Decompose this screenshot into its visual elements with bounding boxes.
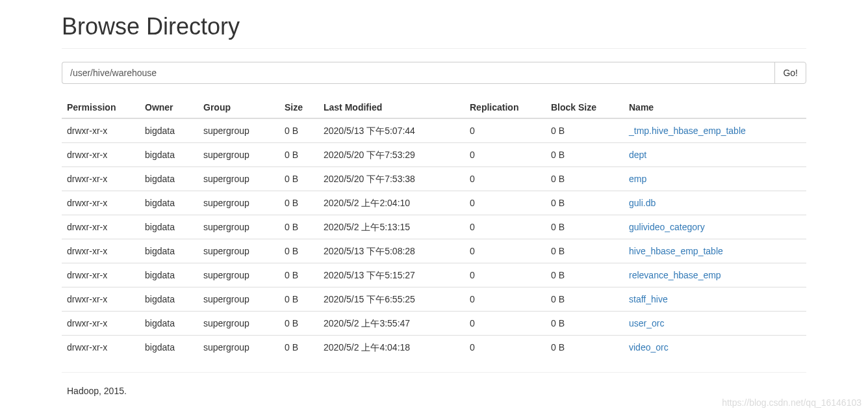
name-link[interactable]: hive_hbase_emp_table [629, 246, 723, 256]
cell-name: hive_hbase_emp_table [624, 239, 806, 263]
table-row: drwxr-xr-xbigdatasupergroup0 B2020/5/2 上… [62, 312, 806, 336]
header-divider [62, 48, 806, 49]
cell-permission: drwxr-xr-x [62, 239, 140, 263]
cell-replication: 0 [465, 263, 546, 287]
cell-name: _tmp.hive_hbase_emp_table [624, 118, 806, 143]
cell-owner: bigdata [140, 312, 198, 336]
name-link[interactable]: user_orc [629, 318, 664, 328]
directory-table: Permission Owner Group Size Last Modifie… [62, 97, 806, 359]
cell-owner: bigdata [140, 239, 198, 263]
cell-size: 0 B [279, 287, 318, 312]
cell-replication: 0 [465, 143, 546, 167]
cell-permission: drwxr-xr-x [62, 191, 140, 215]
cell-group: supergroup [198, 191, 279, 215]
cell-block_size: 0 B [546, 336, 624, 360]
go-button[interactable]: Go! [774, 62, 806, 84]
path-bar: Go! [62, 62, 806, 84]
name-link[interactable]: relevance_hbase_emp [629, 270, 721, 280]
cell-last_modified: 2020/5/20 下午7:53:38 [318, 167, 465, 191]
cell-size: 0 B [279, 215, 318, 239]
table-row: drwxr-xr-xbigdatasupergroup0 B2020/5/20 … [62, 167, 806, 191]
table-row: drwxr-xr-xbigdatasupergroup0 B2020/5/13 … [62, 239, 806, 263]
cell-block_size: 0 B [546, 239, 624, 263]
cell-block_size: 0 B [546, 312, 624, 336]
cell-permission: drwxr-xr-x [62, 118, 140, 143]
cell-block_size: 0 B [546, 287, 624, 312]
header-block-size: Block Size [546, 97, 624, 118]
cell-replication: 0 [465, 191, 546, 215]
cell-block_size: 0 B [546, 191, 624, 215]
cell-name: staff_hive [624, 287, 806, 312]
cell-size: 0 B [279, 167, 318, 191]
header-replication: Replication [465, 97, 546, 118]
cell-replication: 0 [465, 336, 546, 360]
cell-owner: bigdata [140, 215, 198, 239]
cell-last_modified: 2020/5/13 下午5:15:27 [318, 263, 465, 287]
table-header-row: Permission Owner Group Size Last Modifie… [62, 97, 806, 118]
header-size: Size [279, 97, 318, 118]
cell-name: emp [624, 167, 806, 191]
name-link[interactable]: gulivideo_category [629, 222, 705, 232]
name-link[interactable]: video_orc [629, 342, 669, 353]
cell-group: supergroup [198, 239, 279, 263]
header-permission: Permission [62, 97, 140, 118]
cell-replication: 0 [465, 215, 546, 239]
cell-replication: 0 [465, 312, 546, 336]
cell-group: supergroup [198, 287, 279, 312]
cell-size: 0 B [279, 312, 318, 336]
table-row: drwxr-xr-xbigdatasupergroup0 B2020/5/20 … [62, 143, 806, 167]
cell-last_modified: 2020/5/2 上午4:04:18 [318, 336, 465, 360]
cell-owner: bigdata [140, 287, 198, 312]
cell-group: supergroup [198, 312, 279, 336]
cell-permission: drwxr-xr-x [62, 336, 140, 360]
cell-permission: drwxr-xr-x [62, 287, 140, 312]
cell-block_size: 0 B [546, 143, 624, 167]
table-row: drwxr-xr-xbigdatasupergroup0 B2020/5/13 … [62, 263, 806, 287]
cell-name: gulivideo_category [624, 215, 806, 239]
cell-block_size: 0 B [546, 263, 624, 287]
cell-owner: bigdata [140, 143, 198, 167]
name-link[interactable]: emp [629, 174, 646, 184]
cell-name: dept [624, 143, 806, 167]
name-link[interactable]: _tmp.hive_hbase_emp_table [629, 126, 746, 136]
cell-replication: 0 [465, 167, 546, 191]
cell-owner: bigdata [140, 167, 198, 191]
header-owner: Owner [140, 97, 198, 118]
cell-name: guli.db [624, 191, 806, 215]
cell-group: supergroup [198, 143, 279, 167]
cell-last_modified: 2020/5/13 下午5:07:44 [318, 118, 465, 143]
cell-name: video_orc [624, 336, 806, 360]
name-link[interactable]: staff_hive [629, 294, 668, 304]
cell-last_modified: 2020/5/2 上午3:55:47 [318, 312, 465, 336]
cell-owner: bigdata [140, 191, 198, 215]
cell-permission: drwxr-xr-x [62, 312, 140, 336]
cell-owner: bigdata [140, 336, 198, 360]
cell-group: supergroup [198, 336, 279, 360]
name-link[interactable]: dept [629, 150, 646, 160]
cell-last_modified: 2020/5/2 上午5:13:15 [318, 215, 465, 239]
header-last-modified: Last Modified [318, 97, 465, 118]
cell-permission: drwxr-xr-x [62, 167, 140, 191]
path-input[interactable] [62, 62, 775, 84]
cell-last_modified: 2020/5/13 下午5:08:28 [318, 239, 465, 263]
cell-size: 0 B [279, 239, 318, 263]
footer-text: Hadoop, 2015. [62, 386, 806, 396]
table-row: drwxr-xr-xbigdatasupergroup0 B2020/5/2 上… [62, 336, 806, 360]
cell-group: supergroup [198, 215, 279, 239]
cell-block_size: 0 B [546, 215, 624, 239]
table-row: drwxr-xr-xbigdatasupergroup0 B2020/5/2 上… [62, 215, 806, 239]
cell-owner: bigdata [140, 263, 198, 287]
table-row: drwxr-xr-xbigdatasupergroup0 B2020/5/15 … [62, 287, 806, 312]
cell-group: supergroup [198, 263, 279, 287]
name-link[interactable]: guli.db [629, 198, 656, 208]
table-row: drwxr-xr-xbigdatasupergroup0 B2020/5/2 上… [62, 191, 806, 215]
page-title: Browse Directory [62, 13, 806, 40]
cell-owner: bigdata [140, 118, 198, 143]
cell-size: 0 B [279, 191, 318, 215]
cell-size: 0 B [279, 143, 318, 167]
cell-group: supergroup [198, 167, 279, 191]
cell-last_modified: 2020/5/20 下午7:53:29 [318, 143, 465, 167]
footer-divider [62, 372, 806, 373]
cell-group: supergroup [198, 118, 279, 143]
cell-size: 0 B [279, 263, 318, 287]
